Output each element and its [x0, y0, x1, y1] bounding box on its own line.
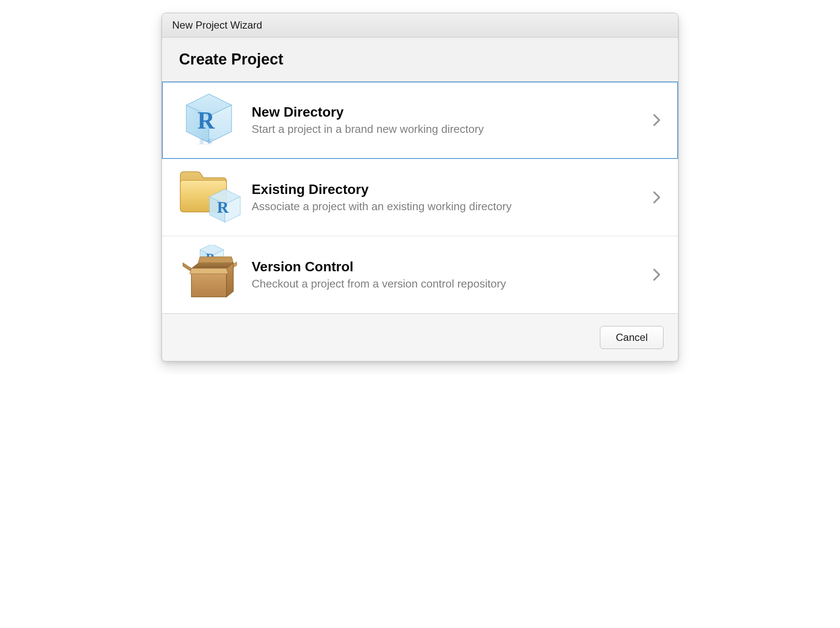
svg-marker-14: [183, 263, 191, 272]
option-title: New Directory: [252, 104, 648, 120]
option-version-control[interactable]: R Ve: [162, 236, 678, 314]
chevron-right-icon: [648, 268, 665, 281]
option-description: Associate a project with an existing wor…: [252, 200, 648, 213]
folder-r-cube-icon: R: [175, 167, 243, 227]
option-description: Checkout a project from a version contro…: [252, 277, 648, 291]
option-title: Version Control: [252, 259, 648, 275]
dialog-title: New Project Wizard: [162, 13, 678, 38]
svg-text:R: R: [197, 137, 215, 146]
page-title: Create Project: [179, 50, 661, 68]
option-existing-directory[interactable]: R Existing Directory Associate a project…: [162, 159, 678, 236]
chevron-right-icon: [648, 114, 665, 126]
svg-marker-18: [226, 263, 233, 297]
cancel-button[interactable]: Cancel: [600, 326, 664, 349]
svg-text:R: R: [217, 198, 229, 216]
new-project-wizard-dialog: New Project Wizard Create Project: [162, 13, 678, 361]
svg-marker-19: [190, 268, 228, 274]
option-new-directory[interactable]: R R New Directory Start a project in a b…: [162, 82, 678, 159]
svg-text:R: R: [197, 107, 215, 134]
option-description: Start a project in a brand new working d…: [252, 123, 648, 136]
option-title: Existing Directory: [252, 182, 648, 197]
r-cube-icon: R R: [175, 90, 243, 150]
project-options-list: R R New Directory Start a project in a b…: [162, 82, 678, 314]
chevron-right-icon: [648, 191, 665, 204]
option-text: Existing Directory Associate a project w…: [243, 182, 648, 213]
option-text: New Directory Start a project in a brand…: [243, 104, 648, 136]
box-r-cube-icon: R: [175, 245, 243, 305]
dialog-header: Create Project: [162, 38, 678, 82]
option-text: Version Control Checkout a project from …: [243, 259, 648, 291]
dialog-footer: Cancel: [162, 314, 678, 361]
svg-marker-16: [198, 257, 233, 263]
